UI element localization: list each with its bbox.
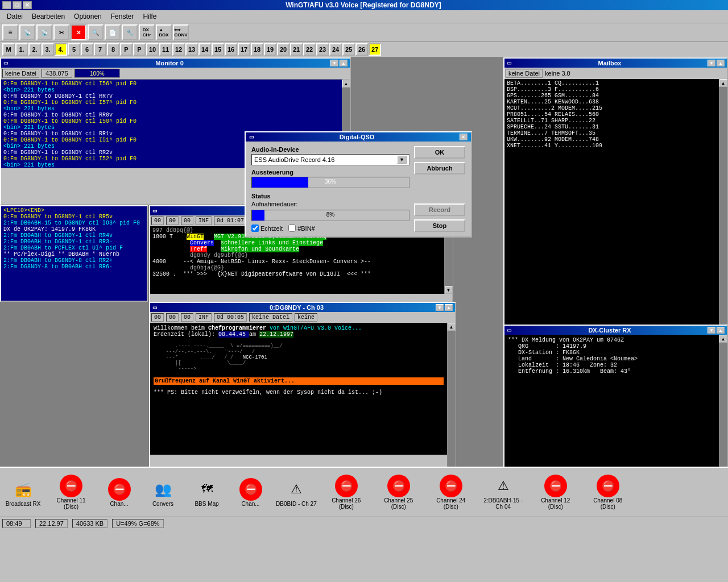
- dialog-close-btn[interactable]: ✕: [460, 134, 468, 140]
- close-btn[interactable]: ✕: [23, 1, 32, 9]
- dxcluster-title-bar[interactable]: ▭ DX-Cluster RX ▼ ▲: [504, 326, 727, 335]
- num-btn-M[interactable]: M: [2, 43, 15, 56]
- ch0-scrollbar[interactable]: ▲ ▼: [447, 323, 455, 484]
- task-db0abh-15[interactable]: ⚠ 2:DB0ABH-15 - Ch 04: [481, 475, 526, 510]
- minimize-btn[interactable]: _: [2, 1, 11, 9]
- num-btn-2[interactable]: 2.: [28, 43, 41, 56]
- num-btn-13[interactable]: 13: [185, 43, 198, 56]
- num-btn-16[interactable]: 16: [225, 43, 237, 56]
- task-chan-disc-2[interactable]: ⛔ Chan...: [232, 478, 269, 507]
- mailbox-scroll-btn[interactable]: ▼: [708, 60, 715, 66]
- abbruch-button[interactable]: Abbruch: [414, 162, 465, 174]
- menu-fenster[interactable]: Fenster: [106, 11, 139, 22]
- toolbar-btn-6[interactable]: 🔍: [88, 24, 104, 40]
- monitor-scroll-up[interactable]: ▲: [342, 80, 350, 88]
- ch0-scroll-btn[interactable]: ▼: [436, 304, 444, 311]
- dxcluster-scrollbar[interactable]: ▲ ▼: [719, 335, 727, 487]
- dxcluster-scroll-btn[interactable]: ▼: [708, 327, 715, 334]
- bin-checkbox[interactable]: [288, 225, 296, 232]
- monitor-title-bar[interactable]: ▭ Monitor 0 ▼ ▲: [1, 59, 350, 68]
- num-btn-19[interactable]: 19: [264, 43, 276, 56]
- task-channel-26[interactable]: ⛔ Channel 26 (Disc): [324, 475, 369, 510]
- toolbar-btn-11[interactable]: ⟺CONV: [173, 24, 189, 40]
- toolbar-btn-8[interactable]: 🔧: [122, 24, 138, 40]
- task-db0bid[interactable]: ⚠ DB0BID - Ch 27: [276, 478, 317, 507]
- num-btn-P1[interactable]: P: [120, 43, 133, 56]
- num-btn-6[interactable]: 6: [81, 43, 93, 56]
- ok-button[interactable]: OK: [414, 146, 465, 159]
- toolbar-btn-10[interactable]: ▲BOX: [156, 24, 172, 40]
- num-btn-15[interactable]: 15: [212, 43, 224, 56]
- ch0-expand-btn[interactable]: ▲: [445, 304, 453, 311]
- num-btn-22[interactable]: 22: [303, 43, 316, 56]
- dxcluster-expand-btn[interactable]: ▲: [717, 327, 725, 334]
- num-btn-24[interactable]: 24: [329, 43, 342, 56]
- audio-device-arrow[interactable]: ▼: [397, 156, 407, 164]
- channel-scroll-track[interactable]: [445, 234, 453, 286]
- menu-optionen[interactable]: Optionen: [69, 11, 106, 22]
- channel-restore-icon[interactable]: ▭: [152, 208, 158, 214]
- num-btn-5[interactable]: 5: [68, 43, 80, 56]
- num-btn-18[interactable]: 18: [251, 43, 263, 56]
- num-btn-25[interactable]: 25: [342, 43, 355, 56]
- task-channel-24[interactable]: ⛔ Channel 24 (Disc): [428, 475, 474, 510]
- toolbar-btn-1[interactable]: ≡: [2, 24, 18, 40]
- num-btn-26[interactable]: 26: [355, 43, 368, 56]
- task-convers[interactable]: 👥 Convers: [144, 478, 181, 507]
- num-btn-27[interactable]: 27: [369, 43, 381, 56]
- task-chan-disc[interactable]: ⛔ Chan...: [101, 478, 138, 507]
- task-channel-12[interactable]: ⛔ Channel 12 (Disc): [533, 475, 578, 510]
- dxcluster-scroll-up[interactable]: ▲: [719, 335, 727, 343]
- monitor-restore-icon[interactable]: ▭: [3, 60, 9, 66]
- dxcluster-scroll-track[interactable]: [719, 343, 727, 479]
- ch0-scroll-track[interactable]: [448, 331, 456, 476]
- task-bbs-map[interactable]: 🗺 BBS Map: [188, 478, 225, 507]
- num-btn-11[interactable]: 11: [159, 43, 172, 56]
- monitor-scroll-down-btn[interactable]: ▼: [330, 60, 338, 66]
- ch0-scroll-up[interactable]: ▲: [448, 323, 456, 331]
- task-channel-25[interactable]: ⛔ Channel 25 (Disc): [376, 475, 421, 510]
- toolbar-btn-5[interactable]: ✕: [71, 24, 86, 40]
- mailbox-title-bar[interactable]: ▭ Mailbox ▼ ▲: [504, 59, 727, 68]
- num-btn-1[interactable]: 1.: [15, 43, 28, 56]
- num-btn-21[interactable]: 21: [290, 43, 303, 56]
- num-btn-4[interactable]: 4.: [55, 43, 67, 56]
- num-btn-14[interactable]: 14: [198, 43, 211, 56]
- menu-bearbeiten[interactable]: Bearbeiten: [27, 11, 69, 22]
- ch0-title-bar[interactable]: ▭ 0:DG8NDY - Ch 03 ▼ ▲: [150, 303, 455, 312]
- ch0-restore-icon[interactable]: ▭: [152, 305, 158, 310]
- mailbox-expand-btn[interactable]: ▲: [717, 60, 725, 66]
- maximize-btn[interactable]: □: [13, 1, 22, 9]
- mailbox-restore-icon[interactable]: ▭: [507, 60, 512, 66]
- record-button[interactable]: Record: [414, 203, 465, 216]
- num-btn-20[interactable]: 20: [277, 43, 289, 56]
- toolbar-btn-2[interactable]: 📡: [19, 24, 35, 40]
- menu-datei[interactable]: Datei: [2, 11, 27, 22]
- task-broadcast-rx[interactable]: 📻 Broadcast RX: [5, 478, 42, 507]
- menu-hilfe[interactable]: Hilfe: [138, 11, 161, 22]
- stop-button[interactable]: Stop: [414, 219, 465, 232]
- num-btn-23[interactable]: 23: [316, 43, 329, 56]
- num-btn-3[interactable]: 3.: [42, 43, 54, 56]
- audio-device-select[interactable]: ESS AudioDrive Record 4.16 ▼: [251, 154, 410, 165]
- chan-disc-2-stop-icon: ⛔: [245, 483, 257, 496]
- monitor-expand-btn[interactable]: ▲: [340, 60, 348, 66]
- task-channel-08[interactable]: ⛔ Channel 08 (Disc): [585, 475, 631, 510]
- toolbar-btn-4[interactable]: ✂: [53, 24, 69, 40]
- toolbar-btn-7[interactable]: 📄: [105, 24, 121, 40]
- toolbar-btn-9[interactable]: DXCHr: [139, 24, 155, 40]
- toolbar-btn-3[interactable]: 📡: [36, 24, 52, 40]
- dialog-restore-icon[interactable]: ▭: [249, 134, 254, 140]
- task-channel-11[interactable]: ⛔ Channel 11 (Disc): [48, 475, 94, 510]
- channel-scroll-dn[interactable]: ▼: [445, 286, 453, 294]
- num-btn-8[interactable]: 8: [107, 43, 119, 56]
- dialog-title-bar[interactable]: ▭ Digital-QSO ✕: [246, 132, 471, 142]
- dxcluster-restore-icon[interactable]: ▭: [507, 327, 512, 333]
- num-btn-12[interactable]: 12: [172, 43, 185, 56]
- num-btn-17[interactable]: 17: [238, 43, 250, 56]
- echtzeit-checkbox[interactable]: [251, 225, 259, 232]
- mailbox-scroll-up[interactable]: ▲: [719, 79, 727, 87]
- num-btn-7[interactable]: 7: [94, 43, 106, 56]
- num-btn-P2[interactable]: P: [133, 43, 146, 56]
- num-btn-10[interactable]: 10: [146, 43, 159, 56]
